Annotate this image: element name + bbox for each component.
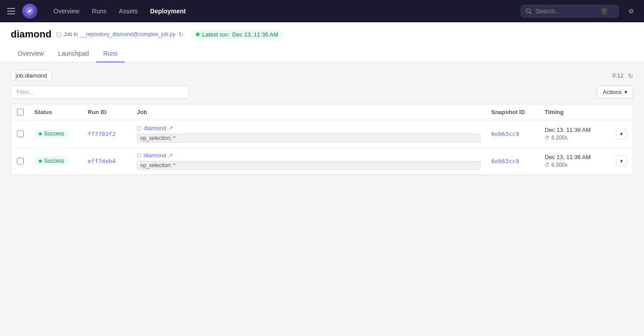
repo-link[interactable]: __repository_diamond@complex_job.py xyxy=(80,31,175,37)
top-navigation: Overview Runs Assets Deployment / ⚙ xyxy=(0,0,644,22)
status-dot-green xyxy=(196,33,200,36)
job-cell: ⬡ diamond ↗ op_selection: * xyxy=(137,152,481,170)
timing-duration: 6.205s xyxy=(551,135,567,141)
tab-launchpad[interactable]: Launchpad xyxy=(51,45,96,62)
runs-table-container: Status Run ID Job Snapshot ID Timing xyxy=(11,104,633,175)
actions-button[interactable]: Actions ▾ xyxy=(597,86,633,98)
search-shortcut: / xyxy=(601,8,607,15)
svg-rect-2 xyxy=(7,13,15,14)
chevron-down-icon: ▾ xyxy=(624,89,628,95)
page-title: diamond xyxy=(11,29,52,40)
nav-deployment[interactable]: Deployment xyxy=(145,5,191,17)
job-cell: ⬡ diamond ↗ op_selection: * xyxy=(137,125,481,143)
run-id-link[interactable]: ff7703f2 xyxy=(88,131,116,137)
tab-overview[interactable]: Overview xyxy=(11,45,51,62)
nav-assets[interactable]: Assets xyxy=(114,5,143,17)
timing-date: Dec 13, 11:36 AM xyxy=(545,127,605,133)
status-badge: Success xyxy=(34,156,69,165)
search-bar: / xyxy=(521,5,619,17)
timing-cell: Dec 13, 11:36 AM ⏱ 6.300s xyxy=(545,154,605,168)
job-hierarchy-icon: ⬡ xyxy=(137,125,141,131)
col-header-status: Status xyxy=(29,104,82,120)
nav-links: Overview Runs Assets Deployment xyxy=(48,5,191,17)
content-area: job:diamond 0:12 ↻ Actions ▾ Status xyxy=(0,63,644,328)
refresh-button[interactable]: ↻ xyxy=(628,72,633,79)
status-label: Success xyxy=(44,158,64,164)
menu-icon[interactable] xyxy=(7,8,15,14)
row-expand-button[interactable]: ▾ xyxy=(616,156,627,167)
time-display: 0:12 xyxy=(612,72,624,79)
repo-refresh-icon[interactable]: ↻ xyxy=(179,31,183,38)
col-header-snapshot: Snapshot ID xyxy=(486,104,539,120)
nav-overview[interactable]: Overview xyxy=(48,5,85,17)
svg-line-6 xyxy=(530,12,532,14)
toolbar: job:diamond 0:12 ↻ xyxy=(11,70,633,81)
snapshot-id-link[interactable]: 6eb63cc9 xyxy=(491,131,519,137)
col-header-job: Job xyxy=(131,104,486,120)
hierarchy-icon: ⬡ xyxy=(56,31,61,38)
svg-rect-0 xyxy=(7,8,15,9)
timing-date: Dec 13, 11:36 AM xyxy=(545,154,605,160)
search-input[interactable] xyxy=(535,8,598,15)
timing-cell: Dec 13, 11:36 AM ⏱ 6.205s xyxy=(545,127,605,141)
status-label: Success xyxy=(44,131,64,137)
row-1-checkbox[interactable] xyxy=(17,131,24,137)
runs-table: Status Run ID Job Snapshot ID Timing xyxy=(11,104,633,175)
table-row: Success ff7703f2 ⬡ diamond ↗ xyxy=(11,120,633,148)
job-in-badge: ⬡ Job in __repository_diamond@complex_jo… xyxy=(56,31,183,38)
job-name-link[interactable]: diamond xyxy=(144,152,166,159)
clock-icon: ⏱ xyxy=(545,135,550,140)
external-link-icon[interactable]: ↗ xyxy=(169,152,173,158)
job-in-label: Job in xyxy=(64,31,78,37)
nav-runs[interactable]: Runs xyxy=(86,5,112,17)
search-icon xyxy=(526,8,532,14)
clock-icon: ⏱ xyxy=(545,162,550,168)
latest-run-label: Latest run: xyxy=(202,31,229,38)
status-badge: Success xyxy=(34,129,69,138)
job-hierarchy-icon: ⬡ xyxy=(137,152,141,159)
snapshot-id-link[interactable]: 6eb63cc9 xyxy=(491,158,519,164)
status-dot xyxy=(39,160,42,163)
filter-actions-bar: Actions ▾ xyxy=(11,86,633,98)
actions-label: Actions xyxy=(603,89,622,95)
svg-rect-1 xyxy=(7,11,15,12)
page-header: diamond ⬡ Job in __repository_diamond@co… xyxy=(0,22,644,63)
tab-bar: Overview Launchpad Runs xyxy=(11,45,633,62)
col-header-timing: Timing xyxy=(539,104,611,120)
run-id-link[interactable]: eff7deb4 xyxy=(88,158,116,164)
status-dot xyxy=(39,132,42,135)
tab-runs[interactable]: Runs xyxy=(96,45,125,62)
op-selection-tag: op_selection: * xyxy=(137,134,481,143)
select-all-checkbox[interactable] xyxy=(17,109,24,115)
external-link-icon[interactable]: ↗ xyxy=(169,125,173,131)
app-logo xyxy=(22,4,37,19)
filter-input[interactable] xyxy=(11,86,189,98)
settings-icon[interactable]: ⚙ xyxy=(626,5,637,17)
row-2-checkbox[interactable] xyxy=(17,158,24,164)
job-name-link[interactable]: diamond xyxy=(144,125,166,131)
job-tag: job:diamond xyxy=(11,70,52,81)
op-selection-tag: op_selection: * xyxy=(137,161,481,170)
timing-duration: 6.300s xyxy=(551,162,567,168)
latest-run-time: Dec 13, 11:36 AM xyxy=(232,31,278,38)
svg-point-4 xyxy=(29,10,31,12)
latest-run-badge[interactable]: Latest run: Dec 13, 11:36 AM xyxy=(192,30,283,39)
table-row: Success eff7deb4 ⬡ diamond ↗ xyxy=(11,148,633,175)
row-expand-button[interactable]: ▾ xyxy=(616,128,627,139)
col-header-runid: Run ID xyxy=(82,104,131,120)
